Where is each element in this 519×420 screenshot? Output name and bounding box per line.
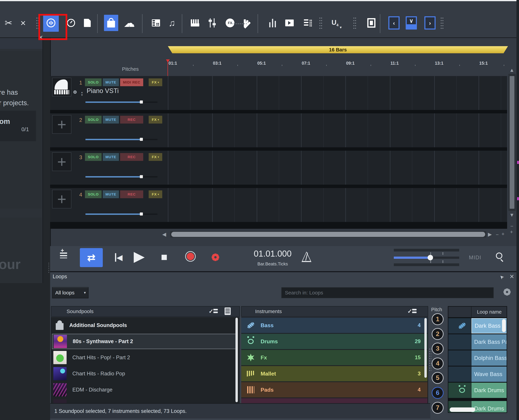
loop-row[interactable]: Dark Bass [448, 318, 507, 333]
instrument-row[interactable]: Fx15 [241, 350, 427, 365]
vertical-scrollbar-thumb[interactable] [510, 76, 514, 209]
loop-name-cell[interactable]: Dark Drums [472, 401, 507, 413]
loop-table-vscroll-thumb[interactable] [502, 319, 506, 332]
track-row[interactable]: +2SOLOMUTERECFX▾ [50, 113, 507, 147]
add-instrument-tile[interactable]: + [52, 152, 71, 171]
track-gear-icon[interactable] [73, 90, 77, 94]
instrument-row[interactable]: Bass4 [241, 318, 427, 333]
time-display[interactable]: 01.01.000 [242, 249, 303, 259]
scroll-right-icon[interactable]: ▶ [488, 232, 492, 237]
instrument-row[interactable] [241, 398, 427, 403]
playback-range-badge[interactable]: 16 Bars [168, 46, 508, 53]
zoom-search-icon[interactable] [495, 252, 504, 262]
cloud-download-icon[interactable]: ☁↓ [123, 17, 136, 28]
zoom-in-icon[interactable]: + [510, 229, 513, 234]
h-zoom-in-icon[interactable]: + [502, 232, 504, 237]
stop-button[interactable]: ■ [161, 251, 168, 262]
video-monitor-icon[interactable] [284, 17, 295, 28]
delete-x-icon[interactable]: × [18, 17, 29, 28]
pitch-button-3[interactable]: 3 [432, 343, 444, 354]
loop-table-hscroll-thumb[interactable] [450, 407, 475, 412]
media-film-icon[interactable] [151, 17, 161, 28]
instrument-row[interactable]: Mallet3 [241, 366, 427, 381]
instrument-row[interactable]: Drums29 [241, 334, 427, 349]
pitch-button-4[interactable]: 4 [432, 358, 444, 369]
toolbar-grip[interactable] [319, 17, 322, 30]
instrument-tile[interactable] [52, 78, 71, 96]
toolbar-grip[interactable] [353, 17, 356, 30]
pitch-button-5[interactable]: 5 [432, 372, 444, 384]
loop-row[interactable]: Dolphin Bass [448, 350, 507, 366]
h-zoom-out-icon[interactable]: − [496, 232, 499, 237]
object-list-icon[interactable] [303, 17, 314, 28]
piano-keys-icon[interactable] [190, 17, 201, 28]
horizontal-scrollbar-thumb[interactable] [171, 232, 485, 237]
loop-row[interactable]: Dark Bass Pa [448, 334, 507, 350]
record-arm-button[interactable]: MIDI REC [120, 78, 143, 86]
track-volume-slider[interactable] [85, 139, 157, 140]
soundpool-item[interactable]: Additional Soundpools [52, 318, 238, 333]
panel-splitter-grip[interactable] [231, 23, 247, 25]
fx-button[interactable]: FX▾ [149, 153, 162, 161]
loop-playback-button[interactable]: ⇄ [80, 248, 103, 267]
loop-row[interactable]: Dark Drums [448, 383, 507, 398]
pitch-button-6[interactable]: 6 [432, 387, 444, 399]
solo-button[interactable]: SOLO [85, 78, 101, 86]
record-arm-button[interactable]: REC [120, 190, 143, 198]
soundpool-item[interactable]: EDM - Discharge [52, 382, 238, 398]
track-volume-slider[interactable] [85, 101, 157, 103]
loop-name-cell[interactable]: Dark Bass [472, 318, 507, 333]
pitch-button-7[interactable]: 7 [432, 402, 444, 414]
fx-button[interactable]: FX▾ [149, 78, 162, 86]
instruments-select-all-icon[interactable]: ✓ [407, 308, 417, 315]
list-resize-grip[interactable] [429, 348, 432, 372]
loop-name-cell[interactable]: Dark Bass Pa [472, 334, 507, 350]
add-instrument-tile[interactable]: + [52, 190, 71, 208]
soundpool-item[interactable]: Chart Hits - Pop! - Part 2 [52, 350, 238, 365]
track-volume-knob[interactable] [140, 212, 143, 216]
soundpools-select-all-icon[interactable]: ✓ [209, 308, 218, 315]
record-arm-button[interactable]: REC [120, 153, 143, 161]
loop-name-cell[interactable]: Dolphin Bass [472, 350, 507, 366]
track-volume-slider[interactable] [85, 176, 157, 178]
soundpool-item[interactable] [52, 398, 238, 403]
mute-button[interactable]: MUTE [103, 190, 119, 198]
magnet-snap-icon[interactable]: U4▾ [328, 17, 342, 28]
pitch-button-1[interactable]: 1 [432, 313, 444, 325]
track-volume-knob[interactable] [140, 138, 143, 141]
loop-name-cell[interactable]: Dark Drums [472, 383, 507, 398]
mixer-icon[interactable] [206, 17, 218, 28]
soundpools-detail-view-icon[interactable] [225, 308, 231, 315]
mute-button[interactable]: MUTE [103, 153, 119, 161]
file-icon[interactable] [82, 17, 93, 28]
scroll-up-icon[interactable]: ▲ [509, 68, 514, 73]
track-row[interactable]: +3SOLOMUTERECFX▾ [50, 151, 507, 185]
level-bars-icon[interactable] [267, 17, 278, 28]
loop-filter-dropdown[interactable]: All loops ▾ [52, 287, 88, 298]
instrument-row[interactable]: Pads4 [241, 382, 427, 398]
panel-close-icon[interactable]: × [510, 272, 514, 281]
metronome-icon[interactable] [302, 251, 311, 262]
track-volume-knob[interactable] [140, 175, 143, 178]
track-row[interactable]: 1SOLOMUTEMIDI RECFX▾Piano VSTi▲▼ [50, 76, 507, 110]
toolbar-grip[interactable] [440, 17, 444, 30]
panel-resize-grip[interactable] [48, 262, 50, 273]
soundpool-item[interactable]: 80s - Synthwave - Part 2 [52, 334, 238, 349]
loops-settings-gear-icon[interactable] [503, 287, 511, 296]
track-row[interactable]: +4SOLOMUTERECFX▾ [50, 188, 507, 222]
fullscreen-icon[interactable] [367, 17, 376, 28]
record-button[interactable] [185, 251, 196, 262]
panel-right-toggle-icon[interactable]: › [424, 16, 436, 30]
fx-button[interactable]: FX▾ [149, 116, 162, 124]
loop-name-column-header[interactable]: Loop name [472, 307, 507, 317]
track-name[interactable]: Piano VSTi [87, 87, 119, 95]
soundpool-item[interactable]: Chart Hits - Radio Pop [52, 366, 238, 381]
track-volume-knob[interactable] [140, 100, 143, 104]
mute-button[interactable]: MUTE [103, 116, 119, 124]
solo-button[interactable]: SOLO [85, 190, 101, 198]
record-settings-gear-icon[interactable] [211, 253, 220, 262]
add-instrument-tile[interactable]: + [52, 115, 71, 134]
solo-button[interactable]: SOLO [85, 116, 101, 124]
loop-name-cell[interactable]: Wave Bass [472, 367, 507, 382]
mute-button[interactable]: MUTE [103, 78, 119, 86]
